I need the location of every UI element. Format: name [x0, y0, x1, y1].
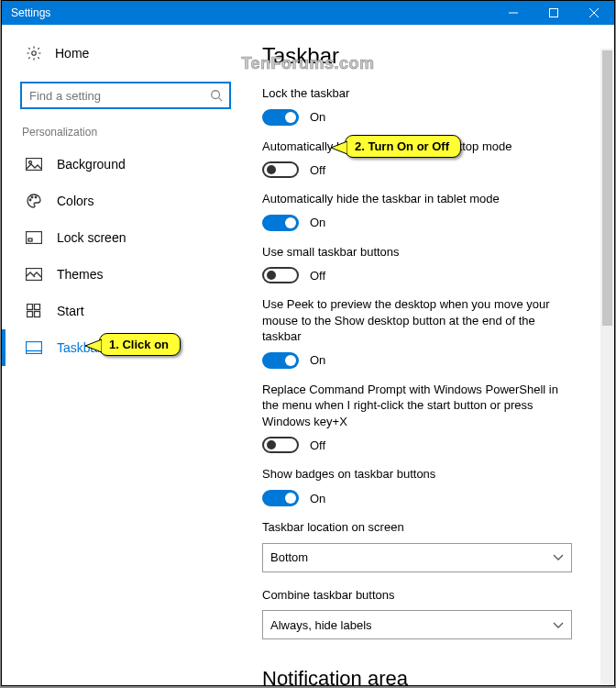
maximize-button[interactable] [534, 1, 574, 25]
option-label: Use small taskbar buttons [262, 244, 574, 261]
sidebar-item-label: Lock screen [57, 230, 126, 245]
svg-marker-21 [85, 339, 102, 352]
svg-rect-13 [28, 239, 32, 241]
search-input[interactable] [22, 83, 204, 107]
lockscreen-icon [26, 229, 42, 246]
scrollbar-thumb[interactable] [602, 50, 612, 326]
toggle-state: Off [310, 438, 325, 452]
svg-rect-18 [35, 312, 40, 317]
start-icon [26, 303, 42, 319]
sidebar-item-label: Colors [57, 194, 94, 208]
toggle-replace-cmd[interactable] [262, 437, 299, 453]
svg-rect-7 [27, 159, 42, 171]
gear-icon [26, 45, 42, 61]
svg-line-6 [219, 98, 223, 102]
sidebar-item-label: Themes [57, 267, 104, 282]
page-heading: Taskbar [262, 43, 585, 69]
dropdown-value: Bottom [270, 550, 308, 564]
chevron-down-icon [553, 618, 564, 632]
option-label: Automatically hide the taskbar in tablet… [262, 191, 574, 207]
svg-point-5 [212, 91, 220, 99]
window-title: Settings [2, 6, 493, 19]
callout-1: 1. Click on [99, 333, 181, 356]
svg-rect-15 [28, 305, 33, 310]
section-heading: Notification area [262, 667, 585, 685]
callout-tail-icon [329, 139, 347, 156]
toggle-autohide-tablet[interactable] [262, 215, 299, 231]
svg-point-4 [32, 51, 37, 56]
search-box[interactable] [20, 82, 231, 109]
sidebar-item-background[interactable]: Background [2, 146, 249, 183]
toggle-state: On [310, 110, 325, 124]
toggle-state: On [310, 492, 325, 505]
toggle-badges[interactable] [262, 490, 299, 506]
themes-icon [26, 266, 42, 283]
close-button[interactable] [574, 1, 614, 25]
main-content: Taskbar Lock the taskbar On Automaticall… [249, 25, 614, 685]
taskbar-icon [26, 339, 42, 356]
svg-rect-19 [27, 342, 42, 354]
option-label: Use Peek to preview the desktop when you… [262, 296, 574, 345]
sidebar-item-label: Start [57, 304, 84, 318]
callout-text: 1. Click on [109, 338, 169, 351]
sidebar-item-colors[interactable]: Colors [2, 183, 249, 219]
toggle-lock-taskbar[interactable] [262, 109, 299, 126]
option-label: Replace Command Prompt with Windows Powe… [262, 382, 574, 430]
svg-point-8 [29, 161, 32, 164]
toggle-state: Off [310, 163, 325, 177]
toggle-state: Off [310, 269, 325, 283]
search-icon [204, 89, 229, 102]
toggle-state: On [310, 216, 325, 229]
svg-marker-22 [331, 141, 347, 154]
section-label: Personalization [22, 126, 249, 139]
option-label: Show badges on taskbar buttons [262, 466, 574, 483]
sidebar-item-start[interactable]: Start [2, 293, 249, 329]
toggle-state: On [310, 353, 325, 367]
palette-icon [26, 193, 42, 209]
svg-rect-17 [28, 312, 33, 317]
window-titlebar: Settings [2, 1, 614, 25]
callout-text: 2. Turn On or Off [355, 139, 449, 153]
option-label: Lock the taskbar [262, 85, 574, 102]
dropdown-combine-buttons[interactable]: Always, hide labels [262, 610, 572, 639]
dropdown-label: Combine taskbar buttons [262, 587, 574, 604]
toggle-autohide-desktop[interactable] [262, 161, 299, 178]
sidebar-item-lockscreen[interactable]: Lock screen [2, 219, 249, 256]
svg-rect-16 [35, 305, 40, 310]
sidebar-item-label: Background [57, 157, 126, 172]
dropdown-taskbar-location[interactable]: Bottom [262, 543, 572, 572]
dropdown-value: Always, hide labels [270, 618, 372, 632]
callout-tail-icon [83, 338, 102, 354]
svg-rect-1 [550, 9, 558, 17]
dropdown-label: Taskbar location on screen [262, 519, 574, 536]
picture-icon [26, 156, 42, 172]
chevron-down-icon [553, 550, 564, 564]
svg-point-10 [31, 196, 33, 198]
toggle-small-buttons[interactable] [262, 267, 299, 283]
home-nav[interactable]: Home [2, 41, 249, 61]
toggle-peek[interactable] [262, 352, 299, 369]
svg-point-9 [29, 199, 31, 201]
minimize-button[interactable] [493, 1, 534, 25]
home-label: Home [55, 46, 89, 61]
sidebar-item-themes[interactable]: Themes [2, 256, 249, 293]
svg-point-11 [35, 196, 37, 198]
scrollbar[interactable] [600, 49, 614, 685]
callout-2: 2. Turn On or Off [345, 135, 461, 158]
